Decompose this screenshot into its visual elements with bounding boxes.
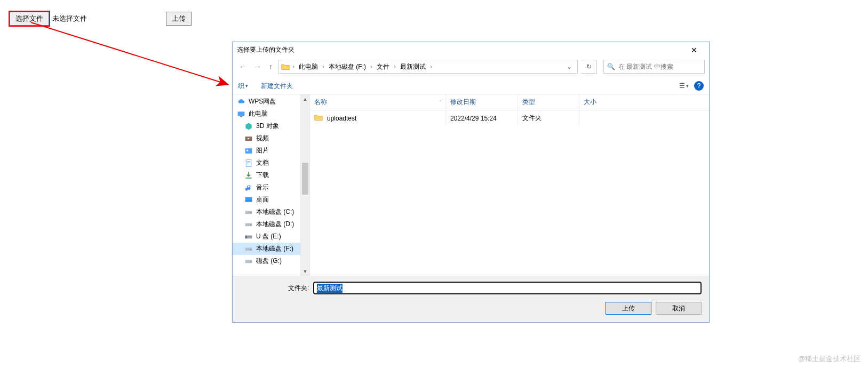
svg-rect-6 (246, 159, 251, 166)
organize-menu[interactable]: 织▾ (238, 82, 248, 91)
list-view-icon: ☰ (679, 82, 685, 90)
file-size (579, 115, 709, 122)
file-row[interactable]: uploadtest2022/4/29 15:24文件夹 (310, 110, 709, 126)
sidebar-item-8[interactable]: 桌面 (233, 194, 300, 206)
sidebar-item-label: 文档 (256, 158, 269, 167)
crumb-1[interactable]: 本地磁盘 (F:) (327, 62, 368, 71)
sidebar-item-1[interactable]: 此电脑 (233, 108, 300, 120)
choose-file-button[interactable]: 选择文件 (10, 12, 49, 26)
file-list: 名称 ˆ 修改日期 类型 大小 uploadtest2022/4/29 15:2… (310, 94, 709, 276)
folder-picker-dialog: 选择要上传的文件夹 ✕ ← → ↑ › 此电脑 › 本地磁盘 (F:) › 文件… (232, 42, 710, 323)
disk-icon (244, 220, 253, 229)
sidebar-item-label: 本地磁盘 (C:) (256, 207, 294, 217)
dialog-title: 选择要上传的文件夹 (237, 45, 683, 54)
sidebar-item-6[interactable]: 下载 (233, 169, 300, 181)
image-icon (244, 147, 253, 155)
chevron-down-icon: ▾ (245, 83, 248, 89)
sidebar-item-label: 下载 (256, 171, 269, 180)
crumb-2[interactable]: 文件 (375, 62, 392, 71)
crumb-0[interactable]: 此电脑 (297, 62, 320, 71)
svg-rect-14 (245, 235, 247, 238)
sidebar-item-12[interactable]: 本地磁盘 (F:) (233, 243, 300, 255)
dialog-upload-button[interactable]: 上传 (606, 302, 651, 315)
refresh-icon[interactable]: ↻ (581, 60, 597, 74)
svg-rect-2 (240, 116, 243, 117)
usb-icon (244, 233, 253, 241)
file-name: uploadtest (327, 115, 356, 122)
download-icon (244, 171, 253, 180)
sidebar-item-13[interactable]: 磁盘 (G:) (233, 255, 300, 267)
cloud-icon (237, 98, 245, 106)
scrollbar-thumb[interactable] (302, 163, 308, 195)
music-icon (244, 183, 253, 192)
folder-icon (314, 114, 323, 123)
disk-icon (244, 257, 253, 266)
sidebar-item-2[interactable]: 3D 对象 (233, 120, 300, 132)
sidebar-item-label: 此电脑 (249, 109, 268, 118)
crumb-3[interactable]: 最新测试 (398, 62, 428, 71)
svg-point-18 (250, 261, 251, 262)
column-header-type[interactable]: 类型 (518, 94, 579, 110)
3d-icon (244, 122, 253, 131)
scroll-up-icon[interactable]: ▲ (301, 94, 309, 103)
column-header-size[interactable]: 大小 (579, 94, 709, 110)
desktop-icon (244, 196, 253, 204)
upload-button[interactable]: 上传 (166, 12, 192, 26)
chevron-down-icon[interactable]: ⌄ (563, 63, 575, 70)
sidebar-item-0[interactable]: WPS网盘 (233, 95, 300, 108)
search-field[interactable] (618, 63, 701, 70)
svg-rect-4 (245, 148, 252, 154)
nav-up-icon[interactable]: ↑ (267, 62, 275, 71)
sidebar-item-9[interactable]: 本地磁盘 (C:) (233, 206, 300, 218)
doc-icon (244, 159, 253, 167)
sidebar-item-label: 3D 对象 (256, 122, 279, 131)
sidebar-item-label: 本地磁盘 (F:) (256, 244, 293, 253)
disk-icon (244, 245, 253, 253)
search-input[interactable]: 🔍 (603, 60, 705, 74)
sidebar-item-label: 视频 (256, 134, 269, 143)
svg-rect-1 (238, 111, 245, 116)
close-icon[interactable]: ✕ (683, 46, 705, 54)
watermark: @稀土掘金技术社区 (798, 354, 861, 364)
dialog-cancel-button[interactable]: 取消 (656, 302, 702, 315)
new-folder-button[interactable]: 新建文件夹 (261, 82, 293, 91)
svg-point-16 (250, 249, 251, 250)
sidebar-item-5[interactable]: 文档 (233, 157, 300, 169)
no-file-label: 未选择文件 (52, 14, 87, 23)
sidebar-item-label: 音乐 (256, 183, 269, 192)
scroll-down-icon[interactable]: ▼ (301, 267, 309, 276)
video-icon (244, 134, 253, 143)
sort-indicator-icon: ˆ (424, 100, 441, 105)
file-type: 文件夹 (518, 110, 579, 126)
breadcrumb[interactable]: › 此电脑 › 本地磁盘 (F:) › 文件 › 最新测试 › ⌄ (278, 60, 578, 74)
column-header-name[interactable]: 名称 ˆ (310, 94, 446, 110)
view-options-button[interactable]: ☰▾ (679, 82, 689, 90)
sidebar-item-label: WPS网盘 (249, 97, 276, 106)
folder-name-label: 文件夹: (288, 284, 309, 293)
sidebar-item-4[interactable]: 图片 (233, 145, 300, 157)
sidebar: WPS网盘此电脑3D 对象视频图片文档下载音乐桌面本地磁盘 (C:)本地磁盘 (… (233, 94, 301, 276)
search-icon: 🔍 (607, 63, 615, 70)
svg-rect-8 (245, 200, 252, 201)
svg-point-5 (246, 149, 248, 151)
sidebar-scrollbar[interactable]: ▲ ▼ (301, 94, 310, 276)
column-header-date[interactable]: 修改日期 (446, 94, 518, 110)
nav-back-icon[interactable]: ← (237, 62, 249, 71)
sidebar-item-label: 桌面 (256, 195, 269, 204)
disk-icon (244, 208, 253, 217)
pc-icon (237, 110, 245, 118)
nav-forward-icon[interactable]: → (252, 62, 264, 71)
dialog-titlebar: 选择要上传的文件夹 ✕ (233, 42, 709, 58)
sidebar-item-3[interactable]: 视频 (233, 132, 300, 145)
sidebar-item-label: 磁盘 (G:) (256, 257, 282, 266)
svg-point-10 (250, 212, 251, 213)
file-date: 2022/4/29 15:24 (446, 111, 518, 125)
sidebar-item-label: 本地磁盘 (D:) (256, 220, 294, 229)
help-icon[interactable]: ? (694, 81, 704, 91)
folder-name-input[interactable] (313, 282, 702, 294)
sidebar-item-label: U 盘 (E:) (256, 232, 281, 241)
folder-icon (281, 62, 290, 71)
sidebar-item-11[interactable]: U 盘 (E:) (233, 230, 300, 243)
sidebar-item-10[interactable]: 本地磁盘 (D:) (233, 218, 300, 230)
sidebar-item-7[interactable]: 音乐 (233, 181, 300, 194)
